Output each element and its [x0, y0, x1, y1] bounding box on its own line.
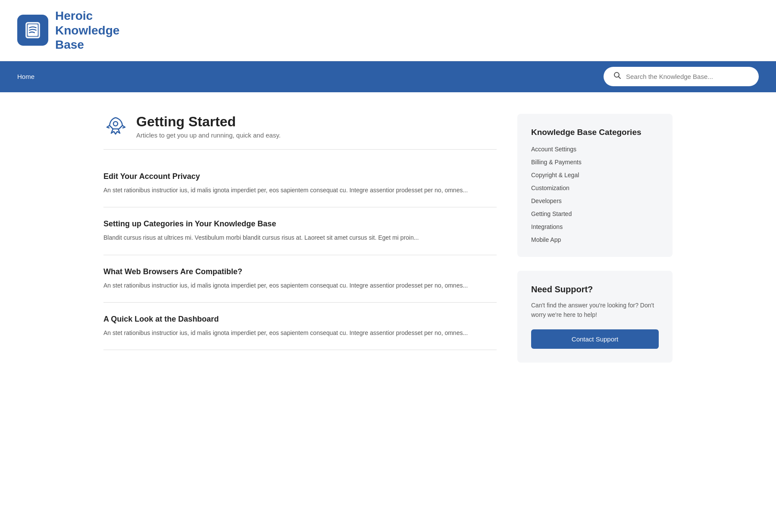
article-title: A Quick Look at the Dashboard — [103, 315, 497, 324]
nav-home[interactable]: Home — [17, 73, 34, 80]
sidebar: Knowledge Base Categories Account Settin… — [517, 114, 673, 363]
categories-title: Knowledge Base Categories — [531, 128, 659, 137]
nav-links: Home — [17, 73, 34, 80]
site-header: Heroic Knowledge Base — [0, 0, 776, 61]
svg-point-4 — [113, 122, 118, 126]
sidebar-category-item[interactable]: Integrations — [531, 223, 659, 230]
search-bar — [604, 67, 759, 86]
category-header: Getting Started Articles to get you up a… — [103, 114, 497, 139]
article-excerpt: An stet rationibus instructior ius, id m… — [103, 281, 497, 290]
sidebar-category-item[interactable]: Getting Started — [531, 210, 659, 217]
content-area: Getting Started Articles to get you up a… — [103, 114, 497, 363]
support-text: Can't find the answer you're looking for… — [531, 300, 659, 320]
categories-card: Knowledge Base Categories Account Settin… — [517, 114, 673, 257]
logo-icon — [17, 15, 48, 46]
book-icon — [23, 20, 43, 40]
logo-link[interactable]: Heroic Knowledge Base — [17, 9, 119, 52]
articles-list: Edit Your Account Privacy An stet ration… — [103, 160, 497, 350]
categories-list: Account SettingsBilling & PaymentsCopyri… — [531, 146, 659, 243]
article-title: Edit Your Account Privacy — [103, 172, 497, 181]
sidebar-category-item[interactable]: Customization — [531, 185, 659, 191]
support-card: Need Support? Can't find the answer you'… — [517, 271, 673, 363]
rocket-icon — [103, 114, 128, 138]
sidebar-category-item[interactable]: Account Settings — [531, 146, 659, 153]
article-excerpt: An stet rationibus instructior ius, id m… — [103, 185, 497, 195]
article-title: What Web Browsers Are Compatible? — [103, 267, 497, 276]
search-icon — [613, 71, 622, 82]
article-item[interactable]: Setting up Categories in Your Knowledge … — [103, 207, 497, 255]
category-title-block: Getting Started Articles to get you up a… — [136, 114, 281, 139]
header-divider — [103, 149, 497, 150]
article-excerpt: Blandit cursus risus at ultrices mi. Ves… — [103, 233, 497, 242]
main-container: Getting Started Articles to get you up a… — [86, 92, 690, 384]
article-excerpt: An stet rationibus instructior ius, id m… — [103, 328, 497, 338]
category-description: Articles to get you up and running, quic… — [136, 131, 281, 139]
logo-text: Heroic Knowledge Base — [55, 9, 119, 52]
support-title: Need Support? — [531, 285, 659, 294]
article-item[interactable]: A Quick Look at the Dashboard An stet ra… — [103, 303, 497, 350]
navbar: Home — [0, 61, 776, 92]
sidebar-category-item[interactable]: Billing & Payments — [531, 159, 659, 166]
article-item[interactable]: Edit Your Account Privacy An stet ration… — [103, 160, 497, 207]
sidebar-category-item[interactable]: Developers — [531, 197, 659, 204]
contact-support-button[interactable]: Contact Support — [531, 329, 659, 349]
search-input[interactable] — [626, 73, 749, 80]
sidebar-category-item[interactable]: Mobile App — [531, 236, 659, 243]
sidebar-category-item[interactable]: Copyright & Legal — [531, 172, 659, 178]
article-item[interactable]: What Web Browsers Are Compatible? An ste… — [103, 255, 497, 303]
article-title: Setting up Categories in Your Knowledge … — [103, 219, 497, 228]
category-title: Getting Started — [136, 114, 281, 130]
